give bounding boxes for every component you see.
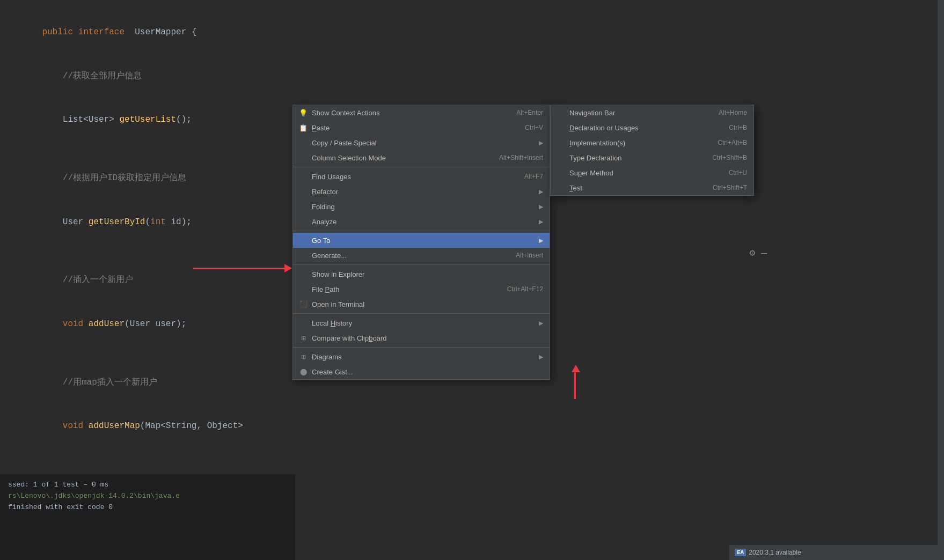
type-declaration-label: Type Declaration (569, 154, 696, 162)
separator-4 (293, 313, 550, 314)
implementation-shortcut: Ctrl+Alt+B (718, 139, 747, 146)
submenu-goto-super-method[interactable]: Super Method Ctrl+U (551, 165, 753, 180)
find-usages-shortcut: Alt+F7 (524, 173, 543, 180)
submenu-arrow-copy-paste: ▶ (539, 139, 543, 146)
goto-label: Go To (312, 237, 535, 245)
show-context-actions-label: Show Context Actions (312, 109, 500, 117)
submenu-arrow-local-history: ▶ (539, 320, 543, 327)
context-menu: 💡 Show Context Actions Alt+Enter 📋 Paste… (292, 105, 550, 380)
menu-item-analyze[interactable]: Analyze ▶ (293, 214, 550, 229)
type-declaration-shortcut: Ctrl+Shift+B (712, 154, 747, 161)
submenu-arrow-folding: ▶ (539, 203, 543, 210)
file-path-shortcut: Ctrl+Alt+F12 (507, 285, 543, 293)
declaration-shortcut: Ctrl+B (729, 124, 747, 131)
menu-item-local-history[interactable]: Local History ▶ (293, 315, 550, 330)
submenu-arrow-refactor: ▶ (539, 188, 543, 195)
menu-item-refactor[interactable]: Refactor ▶ (293, 184, 550, 199)
compare-icon: ⊞ (298, 335, 308, 342)
menu-item-show-context-actions[interactable]: 💡 Show Context Actions Alt+Enter (293, 105, 550, 120)
submenu-goto-type-declaration[interactable]: Type Declaration Ctrl+Shift+B (551, 150, 753, 165)
menu-item-compare-clipboard[interactable]: ⊞ Compare with Clipboard (293, 330, 550, 345)
red-arrow-goto (193, 264, 292, 272)
menu-item-diagrams[interactable]: ⊞ Diagrams ▶ (293, 349, 550, 364)
refactor-label: Refactor (312, 188, 535, 196)
generate-label: Generate... (312, 252, 500, 260)
menu-item-create-gist[interactable]: ⬤ Create Gist... (293, 364, 550, 379)
super-method-shortcut: Ctrl+U (729, 169, 747, 176)
menu-item-goto[interactable]: Go To ▶ (293, 233, 550, 248)
menu-item-folding[interactable]: Folding ▶ (293, 199, 550, 214)
column-selection-shortcut: Alt+Shift+Insert (499, 154, 543, 161)
lightbulb-icon: 💡 (298, 109, 308, 117)
gear-icon[interactable]: ⚙ — (750, 247, 767, 259)
separator-5 (293, 347, 550, 348)
test-result-text: ssed: 1 of 1 test – 0 ms (8, 480, 287, 491)
submenu-goto-declaration[interactable]: Declaration or Usages Ctrl+B (551, 120, 753, 135)
submenu-goto-navigation-bar[interactable]: Navigation Bar Alt+Home (551, 105, 753, 120)
copy-paste-special-label: Copy / Paste Special (312, 139, 535, 147)
diagrams-icon: ⊞ (298, 353, 308, 360)
diagrams-label: Diagrams (312, 353, 535, 361)
code-line-2: //获取全部用户信息 (21, 55, 923, 99)
create-gist-label: Create Gist... (312, 368, 543, 376)
submenu-goto: Navigation Bar Alt+Home Declaration or U… (550, 105, 754, 196)
submenu-goto-implementation[interactable]: Implementation(s) Ctrl+Alt+B (551, 135, 753, 150)
exit-code-text: finished with exit code 0 (8, 502, 287, 513)
menu-item-paste[interactable]: 📋 Paste Ctrl+V (293, 120, 550, 135)
analyze-label: Analyze (312, 218, 535, 226)
find-usages-label: Find Usages (312, 173, 508, 181)
show-context-actions-shortcut: Alt+Enter (516, 109, 543, 116)
bottom-panel: ssed: 1 of 1 test – 0 ms rs\Lenovo\.jdks… (0, 474, 295, 560)
submenu-goto-test[interactable]: Test Ctrl+Shift+T (551, 180, 753, 195)
file-path-label: File Path (312, 285, 491, 293)
paste-label: Paste (312, 124, 509, 132)
menu-item-show-in-explorer[interactable]: Show in Explorer (293, 267, 550, 282)
local-history-label: Local History (312, 319, 535, 327)
code-line-12: void addUserMap(Map<String, Object> (21, 404, 923, 448)
compare-clipboard-label: Compare with Clipboard (312, 334, 543, 342)
paste-shortcut: Ctrl+V (525, 124, 543, 131)
status-bar: EA 2020.3.1 available (729, 545, 944, 560)
implementation-label: Implementation(s) (569, 139, 701, 147)
menu-item-find-usages[interactable]: Find Usages Alt+F7 (293, 169, 550, 184)
terminal-icon: ⬛ (298, 300, 308, 308)
test-shortcut: Ctrl+Shift+T (713, 184, 747, 191)
column-selection-label: Column Selection Mode (312, 154, 483, 162)
submenu-arrow-diagrams: ▶ (539, 353, 543, 360)
red-arrow-submenu (569, 365, 580, 399)
scrollbar-right[interactable] (938, 0, 944, 560)
declaration-label: Declaration or Usages (569, 124, 713, 132)
navigation-bar-shortcut: Alt+Home (719, 109, 747, 116)
separator-3 (293, 264, 550, 265)
menu-item-file-path[interactable]: File Path Ctrl+Alt+F12 (293, 282, 550, 297)
separator-2 (293, 231, 550, 231)
submenu-arrow-goto: ▶ (539, 237, 543, 244)
super-method-label: Super Method (569, 169, 713, 177)
paste-icon: 📋 (298, 124, 308, 132)
submenu-arrow-analyze: ▶ (539, 218, 543, 225)
generate-shortcut: Alt+Insert (516, 252, 543, 259)
java-path-text: rs\Lenovo\.jdks\openjdk-14.0.2\bin\java.… (8, 491, 287, 502)
gist-icon: ⬤ (298, 368, 308, 375)
menu-item-generate[interactable]: Generate... Alt+Insert (293, 248, 550, 263)
menu-item-column-selection[interactable]: Column Selection Mode Alt+Shift+Insert (293, 150, 550, 165)
menu-item-open-terminal[interactable]: ⬛ Open in Terminal (293, 297, 550, 312)
test-label: Test (569, 184, 697, 192)
menu-item-copy-paste-special[interactable]: Copy / Paste Special ▶ (293, 135, 550, 150)
version-available-text: 2020.3.1 available (749, 549, 801, 556)
code-line-1: public interface UserMapper { (21, 11, 923, 55)
show-in-explorer-label: Show in Explorer (312, 270, 543, 278)
open-terminal-label: Open in Terminal (312, 300, 543, 308)
navigation-bar-label: Navigation Bar (569, 109, 702, 117)
separator-1 (293, 167, 550, 167)
ea-badge: EA (735, 549, 746, 556)
folding-label: Folding (312, 203, 535, 211)
